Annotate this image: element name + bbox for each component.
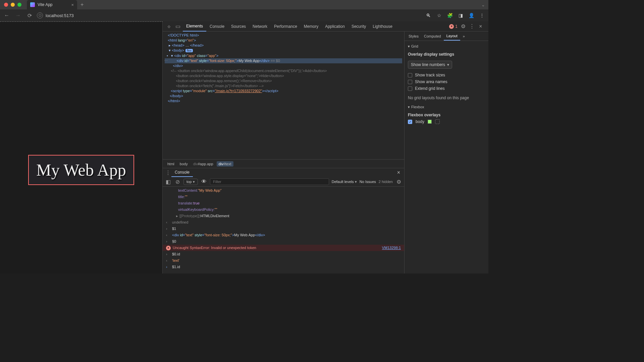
device-toolbar-icon[interactable]: ▭ [174, 23, 181, 30]
color-swatch[interactable] [428, 120, 432, 124]
grid-section[interactable]: Grid [408, 44, 485, 49]
more-icon[interactable]: ⋮ [468, 23, 476, 30]
profile-icon[interactable]: 👤 [468, 13, 475, 18]
error-x-icon: × [166, 246, 171, 250]
inspected-element-overlay: My Web App [28, 155, 134, 185]
close-tab-icon[interactable]: × [71, 2, 74, 7]
tab-console[interactable]: Console [206, 21, 228, 32]
inspect-icon[interactable]: ⟐ [165, 23, 173, 30]
bookmark-icon[interactable]: ☆ [435, 13, 443, 18]
menu-icon[interactable]: ⋮ [478, 13, 486, 18]
gear-icon[interactable]: ⚙ [460, 23, 467, 30]
tab-layout[interactable]: Layout [444, 32, 460, 41]
context-select[interactable]: top [183, 179, 198, 185]
more-tabs-icon[interactable]: » [460, 32, 468, 41]
tab-lighthouse[interactable]: Lighthouse [369, 21, 396, 32]
tab-application[interactable]: Application [322, 21, 348, 32]
error-source-link[interactable]: VM13298:1 [382, 245, 401, 251]
flex-editor-icon[interactable] [435, 119, 440, 124]
search-icon[interactable]: 🔍︎ [425, 13, 432, 18]
tab-title: Vite App [38, 2, 52, 7]
breadcrumb[interactable]: html body div#app.app div#text [163, 159, 404, 168]
filter-input[interactable] [210, 178, 329, 185]
tab-memory[interactable]: Memory [301, 21, 322, 32]
drawer-menu-icon[interactable]: ⋮ [165, 169, 171, 176]
vite-icon [30, 2, 35, 7]
dom-tree[interactable]: <!DOCTYPE html> <html lang="en"> ▸ <head… [163, 32, 404, 159]
extensions-icon[interactable]: 🧩 [446, 13, 453, 18]
maximize-window[interactable] [17, 3, 21, 7]
site-info-icon[interactable]: ⓘ [37, 12, 43, 18]
line-numbers-select[interactable]: Show line numbers [408, 61, 452, 69]
tab-sources[interactable]: Sources [228, 21, 249, 32]
page-viewport: My Web App [0, 21, 163, 274]
flexbox-section[interactable]: Flexbox [408, 105, 485, 109]
console-prompt[interactable]: $1.id [163, 264, 404, 270]
tab-security[interactable]: Security [348, 21, 369, 32]
drawer-tab-console[interactable]: Console [171, 168, 193, 177]
body-flex-checkbox[interactable]: ✓ [408, 120, 412, 124]
toggle-sidebar-icon[interactable]: ◧ [165, 178, 171, 185]
chk-area-names[interactable]: Show area names [408, 79, 485, 84]
forward-button: → [14, 11, 22, 19]
chk-track-sizes[interactable]: Show track sizes [408, 73, 485, 77]
browser-tab[interactable]: Vite App × [27, 0, 77, 9]
panel-toggle-icon[interactable]: ◨ [457, 13, 464, 18]
no-grid-msg: No grid layouts found on this page [408, 96, 485, 100]
close-window[interactable] [4, 3, 8, 7]
chevron-down-icon[interactable]: ⌄ [481, 2, 488, 7]
close-devtools-icon[interactable]: × [477, 23, 484, 30]
console-settings-icon[interactable]: ⚙ [395, 178, 402, 185]
tab-styles[interactable]: Styles [406, 32, 421, 41]
back-button[interactable]: ← [3, 11, 11, 19]
reload-button[interactable]: ⟳ [25, 11, 34, 19]
url[interactable]: localhost:5173 [46, 13, 74, 18]
no-issues[interactable]: No Issues [360, 180, 376, 184]
console-output[interactable]: textContent: "My Web App" title: "" tran… [163, 187, 404, 274]
close-drawer-icon[interactable]: × [395, 170, 402, 176]
levels-select[interactable]: Default levels [332, 180, 357, 184]
clear-console-icon[interactable]: ⊘ [174, 178, 181, 185]
minimize-window[interactable] [11, 3, 15, 7]
tab-performance[interactable]: Performance [271, 21, 301, 32]
tab-computed[interactable]: Computed [421, 32, 444, 41]
hidden-count[interactable]: 2 hidden [379, 180, 393, 184]
tab-elements[interactable]: Elements [183, 21, 206, 32]
error-dot-icon: × [449, 24, 454, 29]
error-count[interactable]: × 1 [449, 24, 458, 29]
tab-network[interactable]: Network [249, 21, 271, 32]
eye-icon[interactable]: 👁 [201, 178, 207, 185]
new-tab-button[interactable]: + [80, 2, 84, 8]
selected-node[interactable]: ⋯ <div id="text" style="font-size: 50px;… [165, 58, 402, 63]
page-heading: My Web App [36, 160, 126, 180]
chk-grid-lines[interactable]: Extend grid lines [408, 86, 485, 91]
error-row: ×Uncaught SyntaxError: Invalid or unexpe… [163, 245, 404, 251]
